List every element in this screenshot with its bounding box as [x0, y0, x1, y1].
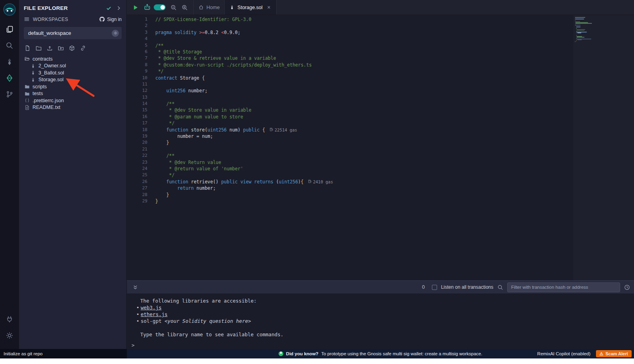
terminal-expand-icon[interactable] — [132, 284, 138, 290]
tab-label: Storage.sol — [237, 5, 262, 10]
copilot-toggle[interactable] — [154, 4, 166, 10]
remix-logo-icon[interactable] — [3, 3, 16, 16]
code-line[interactable]: /** — [155, 42, 634, 49]
tree-item[interactable]: .prettierrc.json — [19, 97, 126, 104]
tree-item[interactable]: Storage.sol — [19, 76, 126, 84]
publish-cube-icon[interactable] — [69, 45, 75, 51]
code-token: store — [188, 127, 205, 133]
git-icon[interactable] — [3, 88, 16, 101]
file-explorer-icon[interactable] — [3, 23, 16, 36]
code-line[interactable]: * @custom:dev-run-script ./scripts/deplo… — [155, 62, 634, 68]
code-token: * @param num value to store — [155, 114, 243, 120]
upload-folder-icon[interactable] — [58, 45, 64, 51]
github-signin-button[interactable]: Sign in — [99, 16, 122, 22]
code-line[interactable]: * @dev Store value in variable — [155, 107, 634, 113]
check-icon[interactable] — [106, 5, 112, 11]
code-token: // SPDX-License-Identifier: GPL-3.0 — [155, 16, 251, 23]
tab-home[interactable]: Home — [193, 0, 225, 15]
code-line[interactable]: } — [155, 139, 634, 146]
plugin-manager-icon[interactable] — [3, 313, 16, 326]
code-line[interactable] — [155, 81, 634, 88]
code-line[interactable]: /** — [155, 152, 634, 159]
code-token: uint256 — [166, 88, 185, 94]
filter-input[interactable] — [507, 282, 620, 292]
tree-item-label: Storage.sol — [38, 77, 63, 82]
minimap-line — [573, 34, 634, 35]
zoom-in-icon[interactable] — [181, 4, 188, 11]
tree-item[interactable]: README.txt — [19, 104, 126, 111]
code-line[interactable]: // SPDX-License-Identifier: GPL-3.0 — [155, 16, 634, 23]
code-token: function — [166, 179, 188, 185]
line-number: 12 — [127, 88, 147, 94]
minimap[interactable] — [573, 15, 634, 280]
code-line[interactable]: function retrieve() public view returns … — [155, 179, 634, 185]
tree-item[interactable]: 3_Ballot.sol — [19, 69, 126, 76]
tree-item[interactable]: scripts — [19, 83, 126, 90]
code-token: */ — [155, 120, 174, 126]
terminal-prompt[interactable]: > — [132, 342, 634, 349]
code-line[interactable]: * @title Storage — [155, 49, 634, 55]
code-token: view — [241, 179, 254, 185]
menu-icon[interactable] — [24, 16, 30, 22]
terminal-line: Type the library name to see available c… — [132, 331, 634, 338]
workbench: FILE EXPLORER WORKSPACES Sign in defau — [0, 0, 634, 358]
git-init-button[interactable]: Initialize as git repo — [0, 349, 127, 358]
code-line[interactable]: * @param num value to store — [155, 114, 634, 120]
terminal-link[interactable]: ethers.js — [141, 311, 168, 317]
code-line[interactable]: pragma solidity >=0.8.2 <0.9.0; — [155, 29, 634, 36]
tree-item[interactable]: contracts — [19, 55, 126, 63]
code-line[interactable] — [155, 146, 634, 152]
tab-storage-sol[interactable]: Storage.sol — [225, 0, 276, 15]
code-content[interactable]: // SPDX-License-Identifier: GPL-3.0pragm… — [147, 15, 634, 280]
code-line[interactable]: function store(uint256 num) public {2251… — [155, 127, 634, 133]
panel-header: FILE EXPLORER — [19, 0, 126, 14]
listen-checkbox[interactable] — [432, 285, 437, 290]
solidity-compiler-icon[interactable] — [3, 55, 16, 69]
code-line[interactable]: /** — [155, 101, 634, 107]
code-line[interactable]: * @return value of 'number' — [155, 166, 634, 172]
code-line[interactable]: contract Storage { — [155, 75, 634, 81]
code-line[interactable] — [155, 23, 634, 29]
scam-alert-badge[interactable]: ⚠ Scam Alert — [596, 350, 632, 357]
new-folder-icon[interactable] — [36, 45, 42, 51]
code-line[interactable]: */ — [155, 172, 634, 178]
run-script-button[interactable] — [132, 4, 139, 11]
zoom-out-icon[interactable] — [170, 4, 177, 11]
close-icon[interactable] — [266, 5, 271, 10]
remixai-robot-icon[interactable] — [143, 4, 151, 11]
tree-item-label: contracts — [32, 56, 53, 62]
workspace-select[interactable]: default_workspace — [24, 27, 122, 39]
code-line[interactable]: number = num; — [155, 133, 634, 139]
tree-item-label: .prettierrc.json — [32, 98, 64, 103]
settings-icon[interactable] — [3, 329, 16, 342]
terminal-line: • web3.js — [132, 304, 634, 311]
search-icon[interactable] — [3, 39, 16, 52]
code-editor[interactable]: 1234567891011121314151617181920212223242… — [127, 15, 634, 280]
minimap-line — [576, 39, 591, 40]
line-number: 11 — [127, 81, 147, 88]
tree-item[interactable]: tests — [19, 90, 126, 97]
workspace-options-icon[interactable] — [112, 30, 119, 37]
code-line[interactable]: return number; — [155, 185, 634, 191]
code-line[interactable] — [155, 94, 634, 101]
code-line[interactable]: */ — [155, 68, 634, 74]
chevron-right-icon[interactable] — [116, 5, 122, 11]
upload-file-icon[interactable] — [47, 45, 53, 51]
code-line[interactable] — [155, 36, 634, 42]
link-icon[interactable] — [80, 45, 86, 51]
minimap-line — [575, 24, 576, 25]
clock-icon[interactable] — [624, 284, 630, 290]
deploy-run-icon[interactable] — [3, 71, 16, 85]
search-icon[interactable] — [497, 284, 503, 290]
tree-item[interactable]: 2_Owner.sol — [19, 63, 126, 70]
terminal[interactable]: The following libraries are accessible:•… — [127, 293, 634, 349]
code-line[interactable]: } — [155, 192, 634, 198]
terminal-link[interactable]: web3.js — [141, 305, 162, 311]
code-line[interactable]: * @dev Store & retrieve value in a varia… — [155, 55, 634, 61]
code-line[interactable]: uint256 number; — [155, 88, 634, 94]
copilot-status[interactable]: RemixAI Copilot (enabled) — [537, 351, 590, 356]
new-file-icon[interactable] — [25, 45, 31, 51]
code-line[interactable]: } — [155, 198, 634, 204]
code-line[interactable]: * @dev Return value — [155, 159, 634, 166]
code-line[interactable]: */ — [155, 120, 634, 126]
